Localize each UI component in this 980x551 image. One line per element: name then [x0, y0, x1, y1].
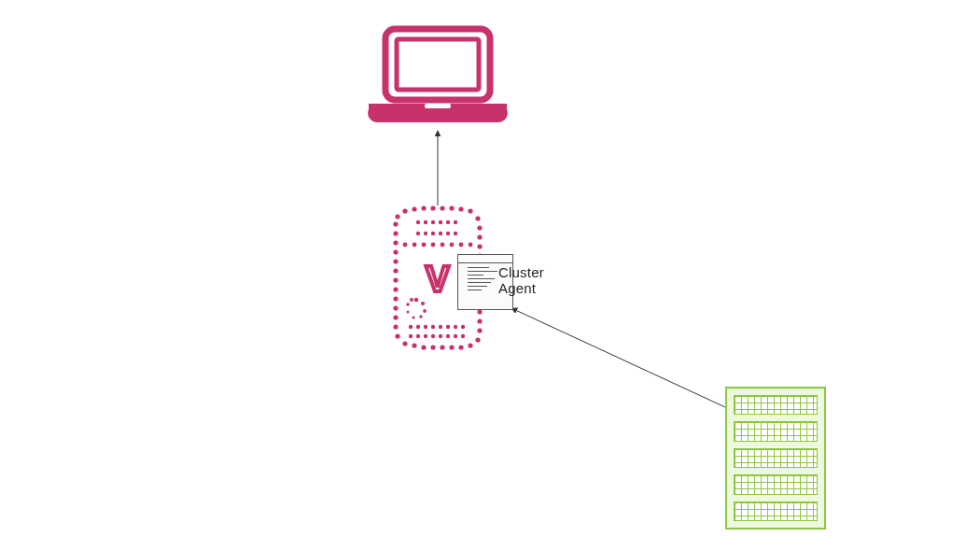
svg-point-76 [409, 334, 413, 338]
svg-point-54 [459, 243, 464, 247]
svg-point-40 [393, 277, 398, 282]
svg-point-58 [431, 220, 435, 224]
svg-point-53 [450, 243, 455, 247]
svg-point-30 [430, 345, 435, 349]
svg-point-14 [477, 234, 482, 239]
svg-rect-3 [425, 104, 451, 108]
svg-point-33 [402, 341, 407, 346]
svg-point-29 [440, 345, 444, 349]
svg-point-37 [393, 305, 398, 310]
svg-rect-1 [397, 39, 479, 90]
svg-point-7 [430, 205, 435, 210]
svg-point-88 [419, 315, 422, 318]
svg-point-22 [477, 309, 482, 314]
svg-point-81 [446, 334, 450, 338]
svg-point-91 [406, 303, 409, 305]
svg-point-26 [468, 343, 472, 347]
svg-point-6 [421, 205, 426, 210]
svg-point-4 [402, 208, 407, 213]
svg-point-92 [410, 298, 413, 302]
svg-point-60 [446, 220, 450, 224]
svg-point-10 [458, 206, 463, 211]
svg-point-75 [461, 325, 465, 329]
connector-rack-to-agent [511, 308, 725, 407]
svg-point-80 [439, 334, 442, 338]
svg-point-63 [424, 232, 427, 235]
svg-point-13 [477, 225, 482, 230]
rack-unit [734, 395, 818, 415]
svg-point-70 [424, 325, 427, 329]
svg-point-24 [477, 328, 482, 332]
svg-point-59 [439, 220, 442, 224]
svg-point-87 [423, 309, 427, 313]
svg-point-56 [416, 220, 420, 224]
svg-text:V: V [426, 260, 450, 299]
rack-unit [734, 474, 818, 494]
agent-label-line2: Agent [498, 280, 536, 296]
rack-unit [734, 502, 818, 521]
svg-point-43 [393, 249, 398, 254]
svg-point-32 [412, 343, 416, 347]
svg-point-51 [431, 243, 436, 247]
svg-point-23 [477, 318, 482, 323]
svg-point-57 [424, 220, 427, 224]
svg-point-52 [441, 243, 445, 247]
svg-point-28 [449, 345, 454, 349]
server-rack-icon [725, 387, 826, 530]
svg-point-35 [393, 324, 398, 329]
rack-unit [734, 421, 818, 441]
svg-point-77 [416, 334, 420, 338]
laptop-icon [359, 23, 516, 128]
svg-point-55 [469, 243, 473, 247]
svg-point-67 [454, 232, 457, 235]
svg-point-38 [393, 296, 398, 301]
svg-point-47 [395, 214, 399, 219]
svg-point-74 [454, 325, 457, 329]
svg-point-89 [412, 316, 414, 318]
svg-point-68 [409, 325, 413, 329]
agent-label: Cluster Agent [498, 264, 544, 296]
svg-point-69 [416, 325, 420, 329]
svg-point-12 [475, 216, 480, 220]
agent-label-line1: Cluster [498, 264, 544, 280]
svg-point-61 [454, 220, 457, 224]
svg-point-39 [393, 287, 398, 291]
svg-point-36 [393, 315, 398, 319]
svg-point-41 [393, 268, 398, 273]
svg-point-42 [393, 259, 398, 263]
svg-point-44 [393, 240, 398, 245]
svg-point-64 [431, 232, 435, 235]
svg-point-48 [403, 243, 408, 247]
svg-point-83 [461, 334, 465, 338]
svg-point-11 [468, 208, 472, 213]
svg-point-86 [421, 302, 425, 305]
svg-point-62 [416, 232, 420, 235]
script-window-titlebar [458, 255, 512, 263]
svg-point-66 [446, 232, 450, 235]
svg-point-49 [413, 243, 417, 247]
svg-point-8 [440, 205, 444, 210]
svg-point-9 [449, 205, 454, 210]
svg-point-71 [431, 325, 435, 329]
svg-point-78 [424, 334, 427, 338]
svg-point-46 [393, 221, 398, 226]
svg-point-79 [431, 334, 435, 338]
svg-point-73 [446, 325, 450, 329]
svg-point-90 [407, 311, 410, 314]
svg-point-15 [477, 244, 482, 248]
svg-point-50 [422, 243, 427, 247]
svg-point-85 [414, 298, 419, 303]
svg-point-34 [395, 333, 399, 338]
svg-point-5 [412, 206, 416, 211]
svg-point-72 [439, 325, 442, 329]
svg-point-25 [475, 337, 480, 342]
rack-unit [734, 448, 818, 468]
svg-point-27 [458, 345, 463, 349]
svg-point-31 [421, 345, 426, 349]
svg-point-82 [454, 334, 457, 338]
svg-point-65 [439, 232, 442, 235]
svg-point-45 [393, 231, 398, 235]
